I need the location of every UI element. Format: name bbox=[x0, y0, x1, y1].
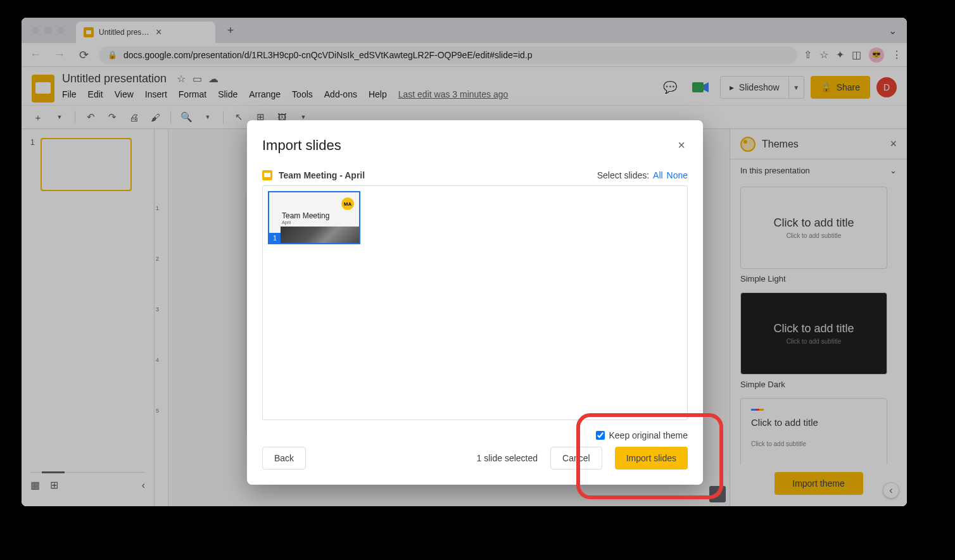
slides-grid: MA Team Meeting April 1 bbox=[262, 185, 688, 420]
select-none-link[interactable]: None bbox=[667, 170, 688, 180]
cancel-button[interactable]: Cancel bbox=[550, 447, 602, 470]
browser-window: Untitled presentation - Google × + ⌄ ← →… bbox=[22, 18, 907, 506]
source-document: Team Meeting - April bbox=[262, 170, 365, 180]
slide-number-badge: 1 bbox=[269, 233, 281, 243]
select-all-link[interactable]: All bbox=[653, 170, 663, 180]
select-slides-links: Select slides: All None bbox=[597, 170, 688, 180]
import-slide-thumbnail[interactable]: MA Team Meeting April 1 bbox=[268, 191, 360, 244]
presenter-badge: MA bbox=[341, 197, 354, 210]
keep-theme-checkbox[interactable] bbox=[596, 431, 605, 440]
dialog-title: Import slides bbox=[262, 137, 341, 154]
keep-theme-checkbox-row[interactable]: Keep original theme bbox=[596, 430, 688, 440]
import-slides-dialog: Import slides × Team Meeting - April Sel… bbox=[247, 120, 703, 485]
import-slides-button[interactable]: Import slides bbox=[615, 447, 688, 470]
close-dialog-button[interactable]: × bbox=[675, 135, 688, 155]
slide-photo bbox=[281, 227, 360, 243]
selected-count: 1 slide selected bbox=[477, 453, 538, 463]
slides-icon bbox=[262, 170, 272, 180]
back-button[interactable]: Back bbox=[262, 447, 306, 470]
